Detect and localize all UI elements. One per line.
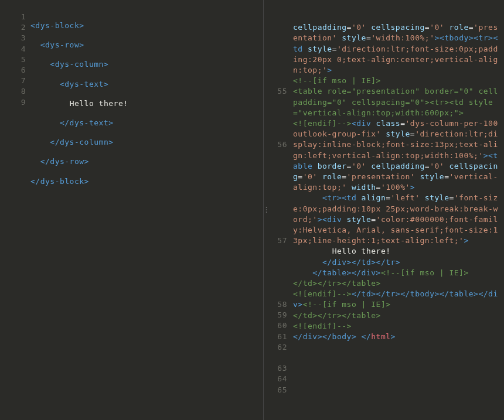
attr-cellpadding: cellpadding xyxy=(293,23,347,32)
tag-dys-column-close: </dys-column> xyxy=(50,138,113,146)
comment-mso-if-3: <!--[if mso | IE]> xyxy=(303,300,391,309)
comment-endif-2: <![endif]--> xyxy=(293,289,352,298)
comment-table: <table role="presentation" border="0" ce… xyxy=(293,87,498,117)
comment-endif-3: <![endif]--> xyxy=(293,322,352,330)
attr-cellspacing: cellspacing xyxy=(371,23,425,32)
tag-div: <div xyxy=(352,119,371,128)
attr-align: align xyxy=(362,193,386,202)
comment-close-td-tr-table-2: </td></tr></table> xyxy=(293,311,381,320)
tag-html: html xyxy=(371,332,390,341)
comment-close-td-tr-table: </td></tr></table> xyxy=(293,279,381,288)
tag-dys-row-open: <dys-row> xyxy=(40,40,84,49)
text-hello-right: Hello there! xyxy=(332,247,391,255)
code-area-left[interactable]: <dys-block> <dys-row> <dys-column> <dys-… xyxy=(30,0,260,204)
editor-right-pane[interactable]: 55 56 57 58 59 60 61 62 63 64 65 cellpad… xyxy=(263,0,504,420)
pane-splitter[interactable]: ··· xyxy=(263,0,270,420)
tag-dys-column-open: <dys-column> xyxy=(50,60,108,69)
attr-role: role xyxy=(449,23,468,32)
comment-mso-if-2: <!--[if mso | IE]> xyxy=(381,268,469,277)
tag-dys-text-open: <dys-text> xyxy=(60,80,108,88)
editor-left-pane[interactable]: 1 2 3 4 5 6 7 8 9 <dys-block> <dys-row> … xyxy=(0,0,263,420)
comment-mso-if: <!--[if mso | IE]> xyxy=(293,76,381,85)
attr-width: width xyxy=(352,183,376,192)
tag-dys-text-close: </dys-text> xyxy=(60,118,114,127)
code-area-right[interactable]: cellpadding='0' cellspacing='0' role='pr… xyxy=(293,0,500,353)
tag-close-div-body: </div></body> xyxy=(293,332,356,341)
comment-endif: <![endif]--> xyxy=(293,119,352,128)
tag-dys-block-close: </dys-block> xyxy=(30,177,89,186)
text-hello: Hello there! xyxy=(70,99,128,108)
attr-class: class xyxy=(376,119,401,128)
attr-border: border xyxy=(318,162,347,170)
tag-close-div-td-tr: </div></td></tr> xyxy=(322,258,400,267)
line-gutter-left: 1 2 3 4 5 6 7 8 9 xyxy=(0,0,26,420)
tag-tr-td: <tr><td xyxy=(322,193,356,202)
tag-close-table-div: </table></div> xyxy=(312,268,381,277)
splitter-handle-icon: ··· xyxy=(264,207,268,214)
tag-div2: ><div xyxy=(318,215,342,224)
tag-dys-block-open: <dys-block> xyxy=(30,21,84,30)
tag-dys-row-close: </dys-row> xyxy=(40,157,89,166)
attr-style: style xyxy=(342,33,366,42)
